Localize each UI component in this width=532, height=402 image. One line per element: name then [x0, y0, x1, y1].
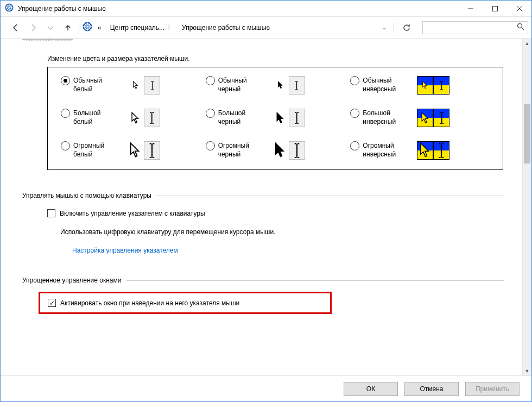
pointer-option-5[interactable]: Большойинверсный [350, 109, 490, 127]
pointer-preview-6 [128, 141, 160, 160]
breadcrumb-item-1[interactable]: Центр специаль...〉 [107, 24, 176, 32]
group-windows-title: Упрощенное управление окнами [22, 277, 121, 284]
pointer-radio-4[interactable] [206, 109, 215, 118]
section-pointer-title-cut: Указатели мыши [22, 39, 504, 43]
pointer-label-6: Огромныйбелый [73, 141, 122, 159]
pointer-radio-8[interactable] [350, 141, 359, 150]
pointer-radio-7[interactable] [206, 141, 215, 150]
content-area: Указатели мыши Изменение цвета и размера… [1, 39, 531, 375]
pointer-option-7[interactable]: Огромныйчерный [206, 141, 345, 160]
enable-mousekeys-label: Включить управление указателем с клавиат… [60, 210, 205, 217]
scroll-up-button[interactable]: ▲ [523, 39, 531, 48]
refresh-button[interactable] [398, 20, 415, 35]
mousekeys-desc: Использовать цифровую клавиатуру для пер… [60, 228, 504, 236]
breadcrumb-prefix[interactable]: « [94, 24, 105, 32]
separator [79, 23, 79, 33]
pointer-label-2: Обычныйинверсный [363, 76, 411, 93]
pointer-radio-2[interactable] [350, 76, 359, 85]
pointer-preview-4 [273, 109, 305, 127]
pointer-preview-1 [273, 76, 305, 95]
footer: ОК Отмена Применить [1, 375, 531, 401]
activate-on-hover-row[interactable]: Активировать окно при наведении на него … [48, 299, 322, 307]
pointer-preview-5 [417, 109, 449, 127]
pointer-option-1[interactable]: Обычныйчерный [206, 76, 345, 95]
pointer-option-4[interactable]: Большойчерный [206, 109, 345, 127]
pointer-radio-1[interactable] [206, 76, 215, 85]
titlebar: Упрощение работы с мышью [1, 1, 531, 17]
pointer-option-0[interactable]: Обычныйбелый [61, 76, 200, 95]
pointer-label-0: Обычныйбелый [73, 76, 122, 93]
chevron-right-icon: 〉 [168, 24, 173, 32]
back-button[interactable] [8, 20, 23, 35]
pointer-preview-7 [273, 141, 305, 160]
enable-mousekeys-row[interactable]: Включить управление указателем с клавиат… [47, 209, 504, 217]
highlighted-option: Активировать окно при наведении на него … [39, 292, 332, 314]
forward-button[interactable] [26, 20, 41, 35]
enable-mousekeys-checkbox[interactable] [47, 209, 55, 217]
pointer-preview-2 [417, 76, 449, 95]
minimize-button[interactable] [458, 1, 483, 16]
search-icon[interactable] [517, 23, 524, 33]
scroll-pane[interactable]: Указатели мыши Изменение цвета и размера… [1, 39, 531, 375]
pointer-label-1: Обычныйчерный [218, 76, 267, 93]
pointer-desc: Изменение цвета и размера указателей мыш… [47, 55, 504, 62]
control-panel-icon[interactable] [83, 22, 92, 34]
pointer-option-2[interactable]: Обычныйинверсный [350, 76, 490, 95]
svg-point-7 [518, 23, 522, 28]
divider [126, 280, 504, 281]
pointer-label-5: Большойинверсный [363, 109, 411, 126]
pointer-preview-0 [128, 76, 160, 95]
window-title: Упрощение работы с мышью [18, 5, 458, 12]
separator [394, 23, 394, 33]
pointer-options-grid: Обычныйбелый Обычныйчерный Обычныйинверс… [47, 67, 503, 170]
divider [157, 196, 504, 196]
group-windows: Упрощенное управление окнами Активироват… [17, 277, 504, 314]
scrollbar[interactable]: ▲ ▼ [522, 39, 531, 375]
ok-button[interactable]: ОК [344, 382, 398, 396]
pointer-radio-0[interactable] [61, 76, 70, 85]
pointer-preview-3 [128, 109, 160, 127]
pointer-preview-8 [417, 141, 449, 160]
up-button[interactable] [60, 20, 75, 35]
mousekeys-settings-link[interactable]: Настройка управления указателем [72, 247, 178, 254]
activate-on-hover-checkbox[interactable] [48, 299, 56, 307]
pointer-label-8: Огромныйинверсный [363, 141, 411, 159]
group-keyboard-title: Управлять мышью с помощью клавиатуры [22, 192, 151, 199]
recent-button[interactable] [43, 20, 58, 35]
pointer-label-3: Большойбелый [73, 109, 122, 126]
navbar: « Центр специаль...〉 Упрощение работы с … [1, 17, 531, 39]
pointer-radio-5[interactable] [350, 109, 359, 118]
pointer-radio-6[interactable] [61, 141, 70, 150]
scroll-down-button[interactable]: ▼ [523, 366, 531, 375]
pointer-label-7: Огромныйчерный [218, 141, 267, 159]
search-input[interactable] [426, 24, 517, 32]
svg-rect-3 [492, 6, 497, 11]
app-icon [5, 3, 14, 14]
apply-button[interactable]: Применить [465, 382, 520, 396]
search-box[interactable] [422, 21, 528, 34]
address-dropdown[interactable]: ⌄ [378, 24, 390, 30]
pointer-radio-3[interactable] [61, 109, 70, 118]
pointer-option-8[interactable]: Огромныйинверсный [350, 141, 490, 160]
breadcrumb-item-2[interactable]: Упрощение работы с мышью [179, 24, 273, 32]
close-button[interactable] [507, 1, 531, 16]
group-keyboard: Управлять мышью с помощью клавиатуры Вкл… [17, 192, 504, 255]
cancel-button[interactable]: Отмена [404, 382, 459, 396]
scroll-thumb[interactable] [524, 104, 530, 164]
maximize-button[interactable] [483, 1, 507, 16]
pointer-option-6[interactable]: Огромныйбелый [61, 141, 200, 160]
pointer-label-4: Большойчерный [218, 109, 267, 126]
pointer-option-3[interactable]: Большойбелый [61, 109, 200, 127]
activate-on-hover-label: Активировать окно при наведении на него … [60, 299, 239, 307]
